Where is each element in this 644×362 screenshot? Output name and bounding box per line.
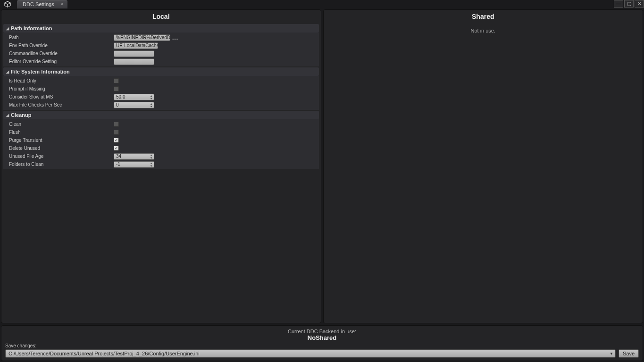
maximize-button[interactable]: ▢ xyxy=(624,0,634,8)
row-label: Path xyxy=(9,35,114,40)
save-path-value: C:/Users/Terence/Documents/Unreal Projec… xyxy=(8,351,200,356)
row-label: Is Read Only xyxy=(9,78,114,83)
chevron-down-icon: ◢ xyxy=(6,26,9,31)
row-clean: Clean xyxy=(3,120,319,128)
titlebar: DDC Settings × ― ▢ ✕ xyxy=(0,0,644,8)
row-label: Max File Checks Per Sec xyxy=(9,102,114,107)
pane-local-body: ◢ Path Information Path %ENGINEDIR%Deriv… xyxy=(1,23,321,323)
ue-logo-icon xyxy=(0,0,15,8)
unused-age-field[interactable]: 34 ▴▾ xyxy=(114,153,154,160)
window-controls: ― ▢ ✕ xyxy=(613,0,644,8)
row-label: Delete Unused xyxy=(9,146,114,151)
row-label: Prompt if Missing xyxy=(9,86,114,91)
row-cmd-override: Commandline Override xyxy=(3,49,319,58)
backend-info: Current DDC Backend in use: NoShared xyxy=(5,329,639,341)
row-readonly: Is Read Only xyxy=(3,77,319,85)
row-label: Flush xyxy=(9,130,114,135)
row-label: Clean xyxy=(9,122,114,127)
row-slow-ms: Consider Slow at MS 50.0 ▴▾ xyxy=(3,93,319,101)
clean-checkbox[interactable] xyxy=(114,122,119,127)
backend-value: NoShared xyxy=(5,334,639,341)
shared-status: Not in use. xyxy=(324,23,643,323)
folders-field[interactable]: -1 ▴▾ xyxy=(114,161,154,168)
spinner-icon[interactable]: ▴▾ xyxy=(149,162,153,167)
tab-ddc-settings[interactable]: DDC Settings × xyxy=(17,0,67,8)
row-flush: Flush xyxy=(3,128,319,136)
editor-override-field[interactable] xyxy=(114,58,154,65)
purge-checkbox[interactable] xyxy=(114,138,119,143)
section-header-path-info[interactable]: ◢ Path Information xyxy=(3,24,319,33)
row-editor-override: Editor Override Setting xyxy=(3,58,319,66)
path-field[interactable]: %ENGINEDIR%DerivedDataCache xyxy=(114,34,170,41)
row-env-override: Env Path Override UE-LocalDataCachePath xyxy=(3,41,319,49)
row-label: Commandline Override xyxy=(9,51,114,56)
bottom-bar: Current DDC Backend in use: NoShared Sav… xyxy=(1,325,643,361)
close-icon[interactable]: × xyxy=(61,1,64,7)
browse-button[interactable]: ... xyxy=(172,34,178,41)
row-label: Purge Transient xyxy=(9,138,114,143)
save-path-dropdown[interactable]: C:/Users/Terence/Documents/Unreal Projec… xyxy=(5,349,616,358)
row-delete-unused: Delete Unused xyxy=(3,144,319,152)
row-label: Folders to Clean xyxy=(9,162,114,167)
minimize-button[interactable]: ― xyxy=(614,0,623,8)
slow-ms-field[interactable]: 50.0 ▴▾ xyxy=(114,94,154,100)
row-max-checks: Max File Checks Per Sec 0 ▴▾ xyxy=(3,101,319,109)
row-label: Env Path Override xyxy=(9,43,114,48)
section-title: File System Information xyxy=(11,69,70,74)
readonly-checkbox[interactable] xyxy=(114,78,119,83)
section-header-cleanup[interactable]: ◢ Cleanup xyxy=(3,111,319,119)
chevron-down-icon: ◢ xyxy=(6,113,9,117)
section-header-fs-info[interactable]: ◢ File System Information xyxy=(3,67,319,76)
section-title: Cleanup xyxy=(11,112,31,118)
pane-local: Local ◢ Path Information Path %ENGINEDIR… xyxy=(1,9,321,323)
chevron-down-icon: ◢ xyxy=(6,70,9,74)
spinner-icon[interactable]: ▴▾ xyxy=(149,102,153,108)
spinner-icon[interactable]: ▴▾ xyxy=(149,94,153,100)
row-purge: Purge Transient xyxy=(3,136,319,144)
pane-local-title: Local xyxy=(1,10,321,23)
prompt-checkbox[interactable] xyxy=(114,86,119,91)
row-unused-age: Unused File Age 34 ▴▾ xyxy=(3,152,319,160)
env-override-field[interactable]: UE-LocalDataCachePath xyxy=(114,42,158,49)
row-path: Path %ENGINEDIR%DerivedDataCache ... xyxy=(3,33,319,41)
row-folders: Folders to Clean -1 ▴▾ xyxy=(3,160,319,168)
row-label: Editor Override Setting xyxy=(9,59,114,64)
main-split: Local ◢ Path Information Path %ENGINEDIR… xyxy=(0,8,644,323)
delete-unused-checkbox[interactable] xyxy=(114,146,119,151)
flush-checkbox[interactable] xyxy=(114,130,119,135)
cmd-override-field[interactable] xyxy=(114,50,154,57)
pane-shared-title: Shared xyxy=(324,10,643,23)
section-title: Path Information xyxy=(11,25,52,31)
backend-label: Current DDC Backend in use: xyxy=(5,329,639,334)
spinner-icon[interactable]: ▴▾ xyxy=(149,154,153,159)
row-label: Consider Slow at MS xyxy=(9,94,114,99)
chevron-down-icon: ▼ xyxy=(610,352,613,356)
pane-shared: Shared Not in use. xyxy=(323,9,644,323)
tab-title: DDC Settings xyxy=(23,1,54,7)
save-button[interactable]: Save xyxy=(619,349,639,358)
max-checks-field[interactable]: 0 ▴▾ xyxy=(114,102,154,108)
close-button[interactable]: ✕ xyxy=(635,0,644,8)
section-body-cleanup: Clean Flush Purge Transient Delete Unuse… xyxy=(3,119,319,169)
row-label: Unused File Age xyxy=(9,154,114,159)
row-prompt: Prompt if Missing xyxy=(3,85,319,93)
section-body-fs-info: Is Read Only Prompt if Missing Consider … xyxy=(3,76,319,110)
section-body-path-info: Path %ENGINEDIR%DerivedDataCache ... Env… xyxy=(3,33,319,66)
save-label: Save changes: xyxy=(5,343,639,348)
